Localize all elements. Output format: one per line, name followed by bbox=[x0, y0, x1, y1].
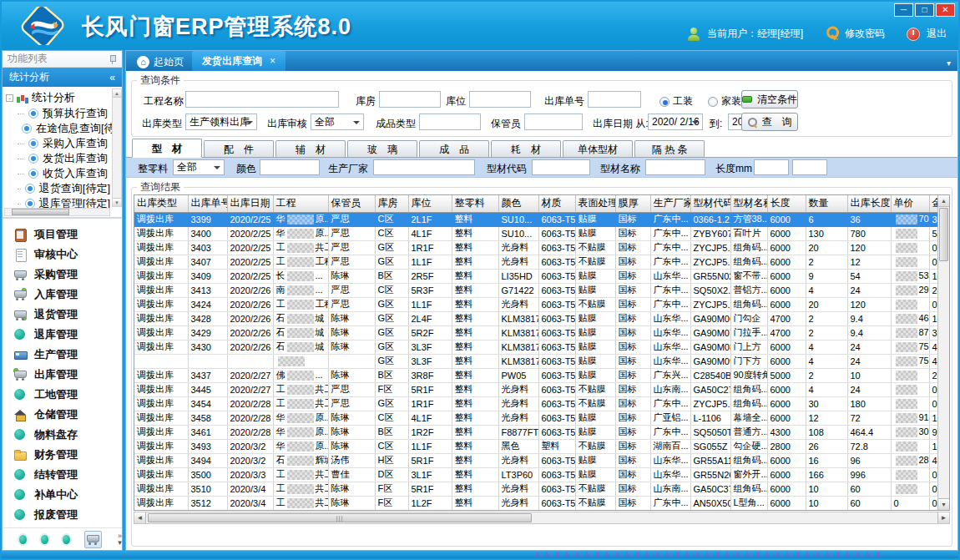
module-退库管理[interactable]: 退库管理 bbox=[3, 325, 122, 345]
table-row[interactable]: 调拨出库35122020/3/4工共工程陈琳F区1L2F整料光身料6063-T5… bbox=[134, 496, 946, 510]
column-header-warehouse[interactable]: 库房 bbox=[375, 195, 408, 212]
keeper-input[interactable] bbox=[524, 114, 583, 130]
column-header-location[interactable]: 库位 bbox=[408, 195, 452, 212]
column-header-outbound-length[interactable]: 出库长度 bbox=[847, 195, 891, 212]
table-row[interactable]: 调拨出库35002020/3/3工共工程曹佳D区3L1F整料LT3P606063… bbox=[134, 467, 946, 482]
tree-item[interactable]: 采购入库查询 bbox=[6, 136, 110, 151]
tree-item[interactable]: 发货出库查询 bbox=[6, 151, 110, 166]
column-header-material[interactable]: 材质 bbox=[538, 195, 575, 212]
radio-work-install[interactable]: 工装 bbox=[659, 94, 693, 108]
profile-name-input[interactable] bbox=[645, 159, 705, 175]
column-header-keeper[interactable]: 保管员 bbox=[328, 195, 375, 212]
tree-item[interactable]: 预算执行查询 bbox=[6, 106, 110, 121]
tree-item[interactable]: 退货查询[待定] bbox=[6, 181, 110, 196]
table-row[interactable]: 调拨出库34132020/2/26南...严思C区5R3F整料G71422606… bbox=[134, 283, 946, 297]
clear-conditions-button[interactable]: 清空条件 bbox=[741, 90, 798, 108]
table-row[interactable]: 调拨出库34932020/3/2华原...陈琳C区1L1F整料黑色塑料不贴膜国标… bbox=[134, 439, 946, 453]
column-header-length[interactable]: 长度 bbox=[767, 195, 806, 212]
tree-expander-icon[interactable]: - bbox=[6, 94, 13, 102]
profile-code-input[interactable] bbox=[532, 159, 590, 175]
location-input[interactable] bbox=[469, 91, 531, 108]
column-header-project[interactable]: 工程 bbox=[273, 195, 328, 212]
length-max-input[interactable] bbox=[792, 159, 827, 175]
material-tab[interactable]: 单体型材 bbox=[563, 140, 633, 157]
vertical-scroll-thumb[interactable] bbox=[939, 208, 948, 261]
material-tab[interactable]: 辅 材 bbox=[275, 140, 346, 157]
table-row[interactable]: 调拨出库34092020/2/25长...陈琳B区2R5F整料LI35HD606… bbox=[134, 269, 946, 283]
tab-close-icon[interactable]: × bbox=[270, 55, 275, 67]
module-出库管理[interactable]: 出库管理 bbox=[3, 365, 122, 385]
color-input[interactable] bbox=[260, 159, 320, 175]
length-min-input[interactable] bbox=[754, 159, 789, 175]
column-header-surface[interactable]: 表面处理 bbox=[575, 195, 615, 212]
warehouse-input[interactable] bbox=[379, 91, 441, 108]
tab-list-dropdown-icon[interactable]: ▾ bbox=[947, 58, 951, 68]
scroll-up-icon[interactable]: ▲ bbox=[938, 195, 949, 207]
radio-home-install[interactable]: 家装 bbox=[708, 94, 741, 108]
table-row[interactable]: 调拨出库34032020/2/25工共工程严思G区1R1F整料光身料6063-T… bbox=[134, 240, 946, 255]
pin-icon[interactable] bbox=[109, 54, 117, 64]
column-header-film-thickness[interactable]: 膜厚 bbox=[615, 195, 650, 212]
project-name-input[interactable] bbox=[185, 91, 339, 108]
logout-link[interactable]: 退出 bbox=[927, 27, 947, 41]
table-row[interactable]: 调拨出库33992020/2/25华原...严思C区2L1F整料SU10...6… bbox=[134, 212, 946, 226]
table-row[interactable]: 调拨出库34452020/2/27工共工程严思F区5R1F整料光身料6063-T… bbox=[134, 382, 946, 396]
tree-item[interactable]: 收货入库查询 bbox=[6, 166, 110, 181]
table-row[interactable]: 调拨出库34302020/2/26石城陈琳G区3L3F整料KLM38176063… bbox=[134, 340, 946, 354]
table-row[interactable]: 调拨出库35102020/3/4工共工程陈琳F区5R1F整料光身料6063-T5… bbox=[134, 482, 946, 496]
outbound-type-select[interactable]: 生产领料出库 bbox=[185, 114, 257, 130]
module-财务管理[interactable]: 财务管理 bbox=[3, 445, 122, 465]
table-row[interactable]: 调拨出库34612020/2/28华原...陈琳B区1R2F整料F8877FT6… bbox=[134, 425, 946, 439]
module-补单中心[interactable]: 补单中心 bbox=[3, 485, 122, 505]
table-row[interactable]: 调拨出库34542020/2/28工共工程严思G区1R1F整料光身料6063-T… bbox=[134, 396, 946, 411]
close-button[interactable]: ✕ bbox=[936, 3, 955, 17]
module-退货管理[interactable]: 退货管理 bbox=[3, 305, 122, 325]
minimize-button[interactable]: ─ bbox=[894, 3, 913, 17]
grid-horizontal-scrollbar[interactable]: ◄ ||| ► bbox=[134, 512, 950, 524]
table-row[interactable]: 调拨出库34002020/2/25华原...严思C区4L1F整料SU10...6… bbox=[134, 226, 946, 240]
sidebar-group-header[interactable]: 统计分析 « bbox=[3, 68, 122, 87]
tree-item[interactable]: 在途信息查询[待 bbox=[6, 121, 110, 136]
audit-select[interactable]: 全部 bbox=[311, 114, 364, 130]
table-row[interactable]: 调拨出库34072020/2/25工工程严思G区1L1F整料光身料6063-T5… bbox=[134, 255, 946, 269]
material-tab[interactable]: 型 材 bbox=[132, 139, 202, 158]
column-header-outbound-type[interactable]: 出库类型 bbox=[134, 195, 188, 212]
grid-vertical-scrollbar[interactable]: ▲ ▼ bbox=[937, 195, 949, 510]
whole-part-select[interactable]: 全部 bbox=[173, 159, 225, 175]
material-tab[interactable]: 隔 热 条 bbox=[634, 140, 705, 157]
date-from-select[interactable]: 2020/ 2/16 bbox=[648, 114, 703, 130]
table-row[interactable]: 调拨出库34942020/3/2石辉城汤伟H区5R1F整料光身料6063-T5贴… bbox=[134, 453, 946, 467]
column-header-quantity[interactable]: 数量 bbox=[806, 195, 847, 212]
column-header-color[interactable]: 颜色 bbox=[498, 195, 538, 212]
tab-home[interactable]: ⌂ 起始页 bbox=[129, 53, 192, 71]
module-仓储管理[interactable]: 仓储管理 bbox=[3, 405, 122, 425]
horizontal-scroll-thumb[interactable]: ||| bbox=[148, 513, 532, 522]
material-tab[interactable]: 玻 璃 bbox=[347, 140, 417, 157]
module-采购管理[interactable]: 采购管理 bbox=[3, 265, 122, 285]
module-物料盘存[interactable]: 物料盘存 bbox=[3, 425, 122, 445]
manufacturer-input[interactable] bbox=[373, 159, 475, 175]
column-header-outbound-no[interactable]: 出库单号 bbox=[188, 195, 227, 212]
scroll-right-icon[interactable]: ► bbox=[937, 512, 949, 523]
module-dot-button[interactable] bbox=[19, 535, 27, 544]
column-header-profile-code[interactable]: 型材代码 bbox=[690, 195, 730, 212]
column-header-unit-price[interactable]: 单价 bbox=[891, 195, 929, 212]
change-password-link[interactable]: 修改密码 bbox=[845, 27, 885, 41]
tab-outbound-query[interactable]: 发货出库查询 × bbox=[192, 51, 285, 71]
table-row[interactable]: 调拨出库34242020/2/26工工程严思G区1L1F整料光身料6063-T5… bbox=[134, 297, 946, 311]
material-tab[interactable]: 成 品 bbox=[419, 140, 489, 157]
outbound-no-input[interactable] bbox=[588, 91, 641, 108]
column-header-profile-name[interactable]: 型材名称 bbox=[730, 195, 767, 212]
module-工地管理[interactable]: 工地管理 bbox=[3, 385, 122, 405]
search-button[interactable]: 查 询 bbox=[741, 113, 798, 131]
module-入库管理[interactable]: 入库管理 bbox=[3, 285, 122, 305]
module-dot-button[interactable] bbox=[63, 535, 70, 544]
module-overflow-button[interactable]: » ▾ bbox=[118, 532, 122, 546]
column-header-manufacturer[interactable]: 生产厂家 bbox=[650, 195, 690, 212]
module-cart-button[interactable] bbox=[84, 531, 102, 548]
column-header-outbound-date[interactable]: 出库日期 bbox=[227, 195, 273, 212]
scroll-down-icon[interactable]: ▼ bbox=[938, 498, 949, 510]
tree-vertical-scrollbar[interactable]: ▲▼ bbox=[112, 88, 122, 207]
table-row[interactable]: 调拨出库34292020/2/26石城陈琳G区5R2F整料KLM38176063… bbox=[134, 325, 946, 340]
table-row[interactable]: 调拨出库34282020/2/26石城陈琳G区2L4F整料KLM38176063… bbox=[134, 311, 946, 325]
